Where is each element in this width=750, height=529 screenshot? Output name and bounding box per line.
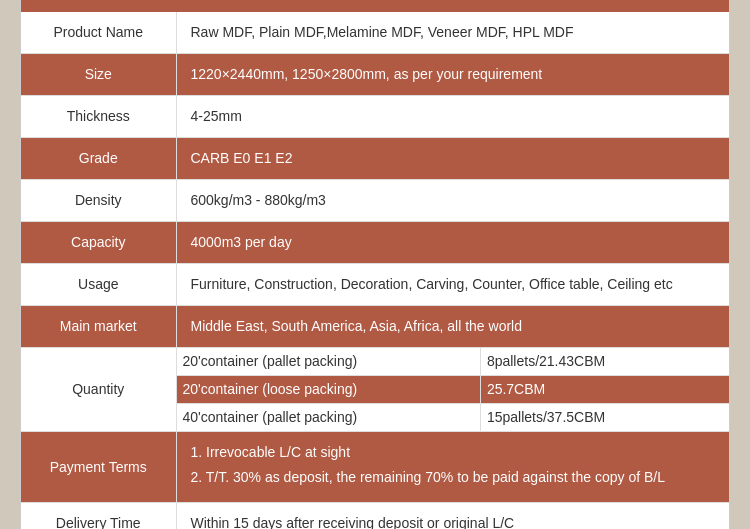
row-main-market: Main marketMiddle East, South America, A… (21, 306, 729, 348)
value-size: 1220×2440mm, 1250×2800mm, as per your re… (176, 54, 729, 96)
label-capacity: Capacity (21, 222, 176, 264)
quantity-left-2: 40'container (pallet packing) (177, 404, 481, 432)
production-table: Product NameRaw MDF, Plain MDF,Melamine … (20, 0, 730, 529)
label-grade: Grade (21, 138, 176, 180)
row-capacity: Capacity4000m3 per day (21, 222, 729, 264)
label-delivery-time: Delivery Time (21, 503, 176, 530)
quantity-left-1: 20'container (loose packing) (177, 376, 481, 404)
row-grade: GradeCARB E0 E1 E2 (21, 138, 729, 180)
row-quantity: Quantity20'container (pallet packing)8pa… (21, 348, 729, 432)
label-size: Size (21, 54, 176, 96)
row-density: Density600kg/m3 - 880kg/m3 (21, 180, 729, 222)
label-thickness: Thickness (21, 96, 176, 138)
value-quantity: 20'container (pallet packing)8pallets/21… (176, 348, 729, 432)
payment-item-0: 1. Irrevocable L/C at sight (191, 442, 716, 463)
row-product-name: Product NameRaw MDF, Plain MDF,Melamine … (21, 12, 729, 54)
table-header (21, 0, 729, 12)
label-density: Density (21, 180, 176, 222)
value-usage: Furniture, Construction, Decoration, Car… (176, 264, 729, 306)
value-grade: CARB E0 E1 E2 (176, 138, 729, 180)
row-thickness: Thickness4-25mm (21, 96, 729, 138)
quantity-row-1: 20'container (loose packing)25.7CBM (177, 376, 730, 404)
quantity-right-2: 15pallets/37.5CBM (480, 404, 729, 432)
quantity-row-2: 40'container (pallet packing)15pallets/3… (177, 404, 730, 432)
row-payment-terms: Payment Terms1. Irrevocable L/C at sight… (21, 432, 729, 503)
quantity-row-0: 20'container (pallet packing)8pallets/21… (177, 348, 730, 376)
value-density: 600kg/m3 - 880kg/m3 (176, 180, 729, 222)
label-quantity: Quantity (21, 348, 176, 432)
quantity-right-1: 25.7CBM (480, 376, 729, 404)
value-main-market: Middle East, South America, Asia, Africa… (176, 306, 729, 348)
value-thickness: 4-25mm (176, 96, 729, 138)
value-product-name: Raw MDF, Plain MDF,Melamine MDF, Veneer … (176, 12, 729, 54)
label-product-name: Product Name (21, 12, 176, 54)
payment-item-1: 2. T/T. 30% as deposit, the remaining 70… (191, 467, 716, 488)
row-usage: UsageFurniture, Construction, Decoration… (21, 264, 729, 306)
quantity-right-0: 8pallets/21.43CBM (480, 348, 729, 376)
label-payment-terms: Payment Terms (21, 432, 176, 503)
value-capacity: 4000m3 per day (176, 222, 729, 264)
value-delivery-time: Within 15 days after receiving deposit o… (176, 503, 729, 530)
label-main-market: Main market (21, 306, 176, 348)
value-payment-terms: 1. Irrevocable L/C at sight2. T/T. 30% a… (176, 432, 729, 503)
quantity-left-0: 20'container (pallet packing) (177, 348, 481, 376)
row-size: Size1220×2440mm, 1250×2800mm, as per you… (21, 54, 729, 96)
row-delivery-time: Delivery TimeWithin 15 days after receiv… (21, 503, 729, 530)
label-usage: Usage (21, 264, 176, 306)
